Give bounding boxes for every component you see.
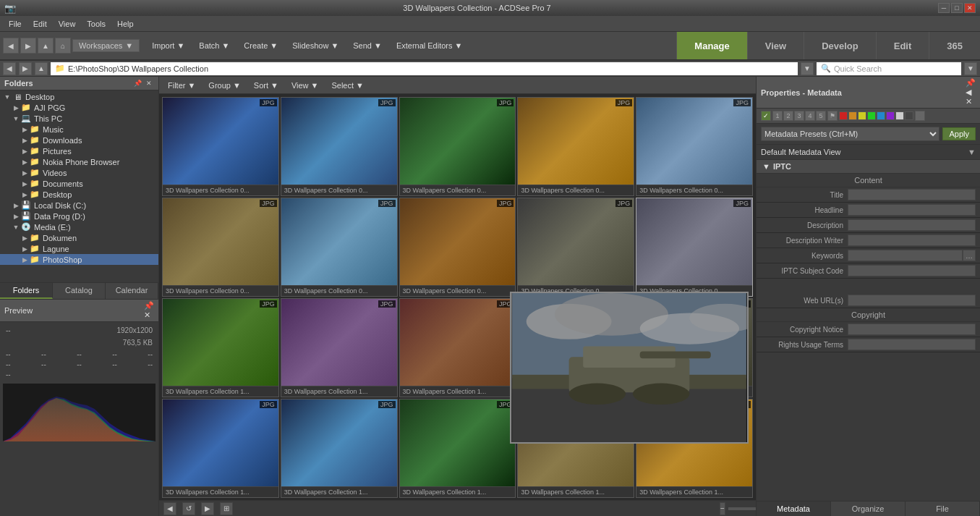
footer-refresh[interactable]: ↺ [182, 502, 195, 515]
footer-grid[interactable]: ⊞ [220, 502, 233, 515]
select-button[interactable]: Select ▼ [325, 80, 369, 91]
star-1[interactable]: 1 [772, 111, 783, 121]
menu-edit[interactable]: Edit [27, 18, 53, 30]
color-yellow[interactable] [858, 111, 866, 120]
tab-file[interactable]: File [906, 502, 980, 516]
rightpanel-close[interactable]: ✕ [966, 97, 976, 106]
color-purple[interactable] [886, 111, 895, 120]
rightpanel-collapse[interactable]: ◀ [966, 88, 976, 97]
tree-item-lagune[interactable]: ▶ 📁 Lagune [0, 243, 158, 254]
iptc-copyright-notice-input[interactable] [848, 323, 976, 335]
up-button[interactable]: ▲ [38, 38, 54, 54]
footer-prev[interactable]: ◀ [163, 502, 176, 515]
star-3[interactable]: 3 [794, 111, 804, 121]
path-dropdown[interactable]: ▼ [801, 62, 814, 75]
thumb-item-17[interactable]: JPG3D Wallpapers Collection 1... [399, 399, 516, 498]
thumb-item-5[interactable]: JPG3D Wallpapers Collection 0... [162, 198, 279, 297]
color-orange[interactable] [848, 111, 857, 120]
menu-help[interactable]: Help [111, 18, 140, 30]
apply-button[interactable]: Apply [942, 127, 976, 140]
address-path[interactable]: 📁 E:\PhotoShop\3D Wallpapers Collection [51, 62, 798, 75]
thumb-item-9[interactable]: JPG3D Wallpapers Collection 0... [636, 198, 753, 297]
tab-develop[interactable]: Develop [804, 32, 876, 59]
maximize-button[interactable]: □ [951, 3, 963, 13]
tab-organize[interactable]: Organize [831, 502, 906, 516]
panel-pin[interactable]: 📌 [132, 78, 142, 88]
rightpanel-pin[interactable]: 📌 [966, 78, 976, 88]
thumb-item-4[interactable]: JPG3D Wallpapers Collection 0... [636, 97, 753, 196]
star-5[interactable]: 5 [816, 111, 826, 121]
star-2[interactable]: 2 [783, 111, 793, 121]
addr-back[interactable]: ◀ [3, 62, 16, 75]
iptc-rights-input[interactable] [848, 339, 976, 350]
panel-close[interactable]: ✕ [144, 78, 154, 88]
addr-forward[interactable]: ▶ [19, 62, 32, 75]
tree-item-videos[interactable]: ▶ 📁 Videos [0, 167, 158, 178]
tab-catalog[interactable]: Catalog [53, 283, 106, 299]
filter-button[interactable]: Filter ▼ [162, 80, 201, 91]
preview-pin[interactable]: 📌 [144, 301, 154, 310]
thumb-item-8[interactable]: JPG3D Wallpapers Collection 0... [517, 198, 634, 297]
tree-item-dataprog[interactable]: ▶ 💾 Data Prog (D:) [0, 211, 158, 221]
tree-item-dokumen[interactable]: ▶ 📁 Dokumen [0, 232, 158, 243]
tree-item-downloads[interactable]: ▶ 📁 Downloads [0, 135, 158, 145]
iptc-keywords-input[interactable] [848, 250, 963, 261]
tree-item-ajipgg[interactable]: ▶ 📁 AJI PGG [0, 102, 158, 113]
footer-next[interactable]: ▶ [201, 502, 214, 515]
tab-edit[interactable]: Edit [876, 32, 929, 59]
back-button[interactable]: ◀ [3, 38, 19, 54]
thumb-item-3[interactable]: JPG3D Wallpapers Collection 0... [517, 97, 634, 196]
tree-item-nokia[interactable]: ▶ 📁 Nokia Phone Browser [0, 156, 158, 167]
tab-view[interactable]: View [747, 32, 804, 59]
menu-view[interactable]: View [53, 18, 82, 30]
tree-item-documents[interactable]: ▶ 📁 Documents [0, 178, 158, 189]
thumb-item-2[interactable]: JPG3D Wallpapers Collection 0... [399, 97, 516, 196]
search-dropdown[interactable]: ▼ [964, 62, 977, 75]
zoom-out[interactable]: − [720, 502, 725, 515]
tree-item-photoshop[interactable]: ▶ 📁 PhotoShop [0, 254, 158, 265]
search-box[interactable]: 🔍 Quick Search [817, 62, 961, 75]
create-menu[interactable]: Create ▼ [237, 38, 284, 54]
iptc-desc-writer-input[interactable] [848, 234, 976, 246]
tree-item-music[interactable]: ▶ 📁 Music [0, 124, 158, 135]
tab-365[interactable]: 365 [929, 32, 980, 59]
send-menu[interactable]: Send ▼ [346, 38, 388, 54]
thumb-item-7[interactable]: JPG3D Wallpapers Collection 0... [399, 198, 516, 297]
tab-calendar[interactable]: Calendar [106, 283, 158, 299]
thumb-item-11[interactable]: JPG3D Wallpapers Collection 1... [281, 298, 398, 397]
thumb-item-0[interactable]: JPG3D Wallpapers Collection 0... [162, 97, 279, 196]
view-button[interactable]: View ▼ [286, 80, 325, 91]
thumb-item-1[interactable]: JPG3D Wallpapers Collection 0... [281, 97, 398, 196]
color-none[interactable] [905, 111, 913, 120]
slideshow-menu[interactable]: Slideshow ▼ [286, 38, 345, 54]
zoom-slider[interactable] [728, 507, 756, 510]
star-flag[interactable]: ⚑ [827, 111, 838, 121]
workspaces-button[interactable]: Workspaces ▼ [72, 39, 140, 52]
preview-close[interactable]: ✕ [144, 310, 154, 320]
thumb-item-15[interactable]: JPG3D Wallpapers Collection 1... [162, 399, 279, 498]
meta-check[interactable]: ✓ [761, 111, 771, 121]
iptc-title-input[interactable] [848, 189, 976, 200]
iptc-headline-input[interactable] [848, 204, 976, 216]
minimize-button[interactable]: ─ [938, 3, 950, 13]
iptc-description-input[interactable] [848, 219, 976, 231]
flag-none[interactable]: ⚑ [915, 111, 925, 121]
color-green[interactable] [867, 111, 876, 120]
tree-item-media[interactable]: ▼ 💿 Media (E:) [0, 221, 158, 232]
group-button[interactable]: Group ▼ [203, 80, 246, 91]
color-blue[interactable] [877, 111, 885, 120]
iptc-collapse[interactable]: ▼ [762, 162, 770, 171]
batch-menu[interactable]: Batch ▼ [192, 38, 236, 54]
home-button[interactable]: ⌂ [55, 38, 71, 54]
tree-item-localdisk[interactable]: ▶ 💾 Local Disk (C:) [0, 200, 158, 211]
forward-button[interactable]: ▶ [20, 38, 36, 54]
addr-up[interactable]: ▲ [35, 62, 48, 75]
tab-manage[interactable]: Manage [676, 32, 746, 59]
iptc-weburl-input[interactable] [848, 295, 976, 306]
tree-item-pictures[interactable]: ▶ 📁 Pictures [0, 145, 158, 156]
thumb-item-12[interactable]: JPG3D Wallpapers Collection 1... [399, 298, 516, 397]
external-editors-menu[interactable]: External Editors ▼ [390, 38, 469, 54]
tree-item-thispc[interactable]: ▼ 💻 This PC [0, 113, 158, 124]
sort-button[interactable]: Sort ▼ [248, 80, 284, 91]
tab-metadata[interactable]: Metadata [757, 502, 831, 516]
